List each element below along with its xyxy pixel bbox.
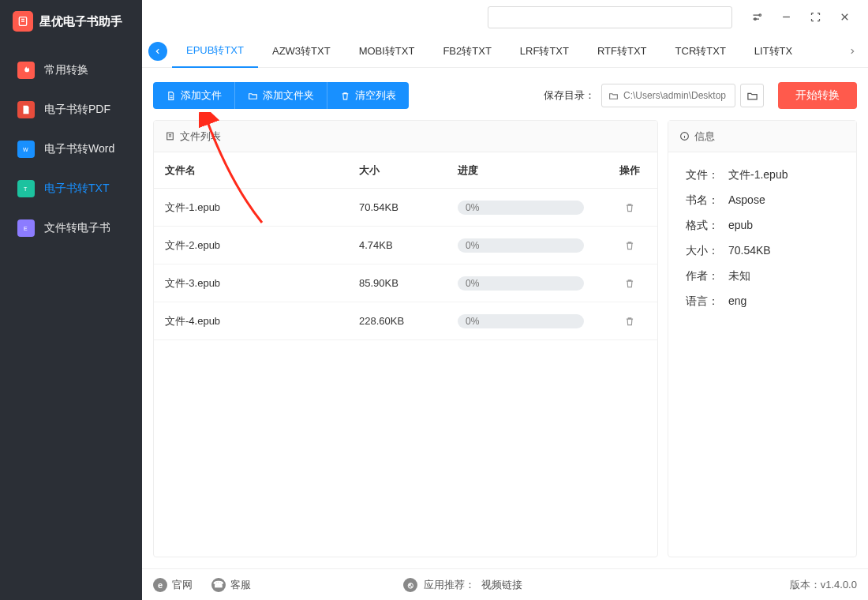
trash-icon xyxy=(340,91,350,101)
table-row[interactable]: 文件-2.epub4.74KB0% xyxy=(154,227,657,264)
info-row: 语言eng xyxy=(686,294,839,309)
file-icon xyxy=(166,91,176,101)
sidebar-item-pdf[interactable]: 电子书转PDF xyxy=(0,90,142,129)
tab-scroll-right[interactable] xyxy=(843,42,862,61)
sidebar-item-label: 文件转电子书 xyxy=(44,221,110,235)
svg-text:T: T xyxy=(24,186,28,192)
browse-folder-button[interactable] xyxy=(740,84,764,107)
link-icon: ⎋ xyxy=(403,578,417,592)
version-label: 版本：v1.4.0.0 xyxy=(790,578,857,592)
headset-icon: ☎ xyxy=(211,578,226,592)
start-convert-button[interactable]: 开始转换 xyxy=(778,82,857,109)
cell-size: 4.74KB xyxy=(359,239,458,251)
cell-filename: 文件-2.epub xyxy=(154,238,359,253)
delete-row-button[interactable] xyxy=(602,240,657,251)
delete-row-button[interactable] xyxy=(602,316,657,327)
support-link[interactable]: ☎ 客服 xyxy=(211,578,251,592)
tab-fb2[interactable]: FB2转TXT xyxy=(428,35,505,68)
recommend-link[interactable]: 视频链接 xyxy=(481,578,522,592)
table-row[interactable]: 文件-3.epub85.90KB0% xyxy=(154,264,657,302)
footer: e 官网 ☎ 客服 ⎋ 应用推荐： 视频链接 版本：v1.4.0.0 xyxy=(142,568,868,600)
txt-icon: T xyxy=(17,180,35,197)
cell-size: 70.54KB xyxy=(359,201,458,213)
folder-open-icon xyxy=(746,90,758,102)
cell-progress: 0% xyxy=(458,238,602,253)
svg-text:E: E xyxy=(24,226,28,231)
cell-progress: 0% xyxy=(458,201,602,215)
info-row: 作者未知 xyxy=(686,269,839,283)
sidebar-item-label: 常用转换 xyxy=(44,63,88,77)
svg-text:W: W xyxy=(23,147,28,152)
table-row[interactable]: 文件-1.epub70.54KB0% xyxy=(154,189,657,227)
sidebar-item-label: 电子书转Word xyxy=(44,142,114,156)
info-row: 书名Aspose xyxy=(686,193,839,208)
book-icon xyxy=(13,11,33,32)
panel-title: 信息 xyxy=(694,129,715,144)
app-title: 星优电子书助手 xyxy=(39,14,122,29)
app-logo: 星优电子书助手 xyxy=(0,0,142,43)
info-row: 格式epub xyxy=(686,219,839,233)
sidebar-item-label: 电子书转PDF xyxy=(44,103,110,117)
ebook-icon: E xyxy=(17,219,35,237)
panel-title: 文件列表 xyxy=(180,129,221,144)
tabs-row: EPUB转TXT AZW3转TXT MOBI转TXT FB2转TXT LRF转T… xyxy=(142,35,868,68)
pdf-icon xyxy=(17,101,35,118)
list-icon xyxy=(165,131,175,141)
delete-row-button[interactable] xyxy=(602,202,657,213)
tab-rtf[interactable]: RTF转TXT xyxy=(583,35,661,68)
fire-icon xyxy=(17,62,35,79)
folder-icon xyxy=(248,91,258,101)
official-site-link[interactable]: e 官网 xyxy=(153,578,193,592)
tab-lit[interactable]: LIT转TX xyxy=(740,35,806,68)
folder-icon xyxy=(608,91,619,101)
save-dir-label: 保存目录： xyxy=(544,88,595,103)
table-row[interactable]: 文件-4.epub228.60KB0% xyxy=(154,302,657,340)
minimize-button[interactable] xyxy=(772,6,800,28)
sidebar-item-txt[interactable]: T 电子书转TXT xyxy=(0,169,142,208)
file-list-panel: 文件列表 文件名 大小 进度 操作 文件-1.epub70.54KB0%文件-2… xyxy=(153,120,658,557)
tab-mobi[interactable]: MOBI转TXT xyxy=(345,35,429,68)
globe-icon: e xyxy=(153,578,167,592)
tab-scroll-left[interactable] xyxy=(148,42,167,61)
save-path-box[interactable]: C:\Users\admin\Desktop xyxy=(601,84,735,107)
tab-azw3[interactable]: AZW3转TXT xyxy=(258,35,345,68)
info-icon xyxy=(679,131,690,141)
search-input[interactable] xyxy=(488,6,732,28)
settings-icon[interactable] xyxy=(743,6,771,28)
cell-progress: 0% xyxy=(458,314,602,328)
cell-size: 85.90KB xyxy=(359,277,458,289)
close-button[interactable] xyxy=(830,6,859,28)
table-header: 文件名 大小 进度 操作 xyxy=(154,152,657,189)
info-row: 大小70.54KB xyxy=(686,244,839,258)
sidebar-item-toebook[interactable]: E 文件转电子书 xyxy=(0,208,142,248)
titlebar xyxy=(142,0,868,35)
clear-list-button[interactable]: 清空列表 xyxy=(327,82,409,109)
add-file-button[interactable]: 添加文件 xyxy=(153,82,235,109)
sidebar-item-word[interactable]: W 电子书转Word xyxy=(0,129,142,169)
recommend-label: 应用推荐： xyxy=(424,578,475,592)
info-panel: 信息 文件文件-1.epub书名Aspose格式epub大小70.54KB作者未… xyxy=(668,120,857,557)
tab-tcr[interactable]: TCR转TXT xyxy=(661,35,740,68)
cell-size: 228.60KB xyxy=(359,315,458,327)
add-folder-button[interactable]: 添加文件夹 xyxy=(235,82,327,109)
info-row: 文件文件-1.epub xyxy=(686,168,839,182)
sidebar-item-label: 电子书转TXT xyxy=(44,182,109,196)
toolbar: 添加文件 添加文件夹 清空列表 保存目录： C:\Users\admin\Des… xyxy=(142,68,868,120)
sidebar-item-common[interactable]: 常用转换 xyxy=(0,51,142,90)
cell-progress: 0% xyxy=(458,276,602,291)
cell-filename: 文件-3.epub xyxy=(154,276,359,291)
delete-row-button[interactable] xyxy=(602,278,657,289)
word-icon: W xyxy=(17,141,35,158)
cell-filename: 文件-1.epub xyxy=(154,201,359,215)
tab-lrf[interactable]: LRF转TXT xyxy=(506,35,583,68)
cell-filename: 文件-4.epub xyxy=(154,314,359,328)
tab-epub[interactable]: EPUB转TXT xyxy=(172,35,258,68)
svg-point-4 xyxy=(759,14,761,17)
sidebar: 星优电子书助手 常用转换 电子书转PDF W 电子书转Word T 电子书转TX… xyxy=(0,0,142,600)
maximize-button[interactable] xyxy=(801,6,829,28)
